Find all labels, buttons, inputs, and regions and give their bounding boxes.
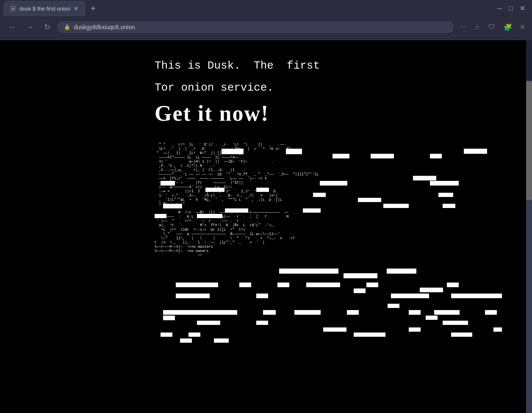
new-tab-button[interactable]: + xyxy=(87,2,99,15)
address-text: duskgytldkxiuqc6.onion xyxy=(74,24,135,30)
lock-icon: 🔒 xyxy=(64,24,70,30)
forward-button[interactable]: → xyxy=(23,21,37,33)
tab-close-icon[interactable]: ✕ xyxy=(74,5,79,12)
ascii-art: " " _ r/^ lL `ʽ`Éˆ|/ . _r· 'L^ '\ [| _ .… xyxy=(155,143,502,257)
ascii-art-container: " " _ r/^ lL `ʽ`Éˆ|/ . _r· 'L^ '\ [| _ .… xyxy=(155,143,502,363)
active-tab[interactable]: ● dusk $ the first onion ✕ xyxy=(3,1,86,16)
window-controls: ─ □ ✕ xyxy=(497,4,525,12)
menu-button[interactable]: ≡ xyxy=(518,22,527,33)
nav-actions: ··· ☆ 🛡 🧩 ≡ xyxy=(457,22,527,33)
back-button[interactable]: ← xyxy=(5,21,19,33)
shield-button[interactable]: 🛡 xyxy=(486,22,498,33)
intro-text-line2: Tor onion service. xyxy=(155,79,526,97)
bookmark-button[interactable]: ☆ xyxy=(471,22,482,33)
page-content: This is Dusk. The first Tor onion servic… xyxy=(0,40,526,413)
refresh-button[interactable]: ↻ xyxy=(41,21,54,33)
tab-title: dusk $ the first onion xyxy=(19,6,70,12)
intro-text-line1: This is Dusk. The first xyxy=(155,57,526,75)
nav-bar: ← → ↻ 🔒 duskgytldkxiuqc6.onion ··· ☆ 🛡 🧩… xyxy=(0,17,532,37)
scrollbar-thumb[interactable] xyxy=(526,81,532,200)
close-button[interactable]: ✕ xyxy=(520,4,525,12)
maximize-button[interactable]: □ xyxy=(509,4,513,12)
tab-favicon: ● xyxy=(10,6,16,11)
extensions-button[interactable]: 🧩 xyxy=(501,22,515,33)
headline: Get it now! xyxy=(155,101,526,126)
address-bar[interactable]: 🔒 duskgytldkxiuqc6.onion xyxy=(57,21,454,33)
tab-bar: ● dusk $ the first onion ✕ + xyxy=(0,0,532,17)
minimize-button[interactable]: ─ xyxy=(497,4,502,12)
more-button[interactable]: ··· xyxy=(457,22,468,33)
scrollbar[interactable] xyxy=(526,80,532,413)
